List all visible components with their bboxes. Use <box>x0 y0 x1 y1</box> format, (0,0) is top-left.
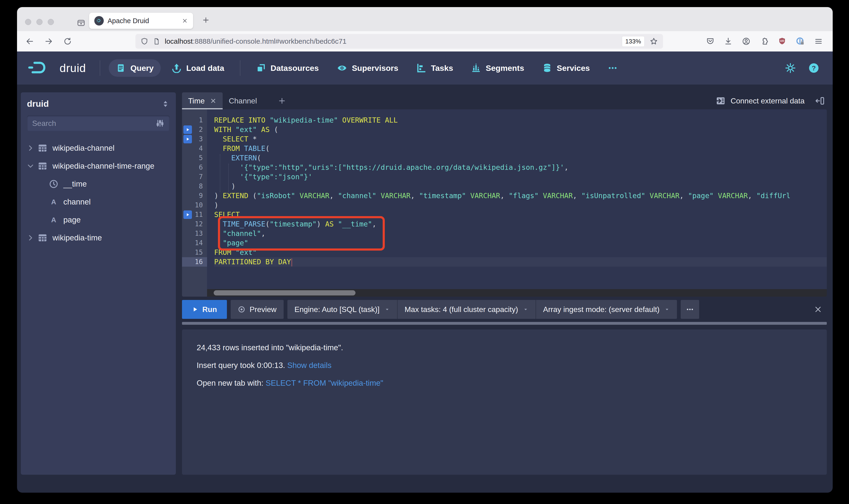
code-line[interactable]: "page" <box>214 238 827 248</box>
code-line[interactable]: PARTITIONED BY DAY <box>214 257 827 267</box>
more-options-button[interactable] <box>681 300 699 319</box>
select-label: Array ingest mode: (server default) <box>543 305 660 314</box>
nav-item-more[interactable] <box>601 59 624 76</box>
code-line[interactable]: SELECT * <box>214 134 827 144</box>
filter-sliders-icon[interactable] <box>156 119 164 128</box>
table-icon <box>37 143 48 153</box>
editor-code-area[interactable]: REPLACE INTO "wikipedia-time" OVERWRITE … <box>207 109 827 296</box>
connect-external-data-button[interactable]: Connect external data <box>715 92 804 109</box>
code-line[interactable]: ) EXTEND ("isRobot" VARCHAR, "channel" V… <box>214 191 827 200</box>
zoom-level-badge[interactable]: 133% <box>622 36 645 47</box>
select-engine[interactable]: Engine: Auto [SQL (task)] <box>288 300 397 319</box>
query-tab-channel[interactable]: Channel <box>223 92 263 109</box>
code-line[interactable]: '{"type":"json"}' <box>214 172 827 182</box>
schema-search[interactable] <box>27 115 170 131</box>
nav-item-segments[interactable]: Segments <box>464 59 531 77</box>
add-query-tab-button[interactable] <box>278 92 286 109</box>
chevron-right-icon[interactable] <box>27 145 37 151</box>
back-icon[interactable] <box>25 37 34 46</box>
pocket-icon[interactable] <box>706 37 714 46</box>
minimize-window-button[interactable] <box>36 19 42 25</box>
menu-hamburger-icon[interactable] <box>814 37 823 46</box>
new-browser-tab-button[interactable] <box>202 16 210 24</box>
password-manager-icon[interactable] <box>796 37 805 46</box>
query-options-group: Engine: Auto [SQL (task)]Max tasks: 4 (f… <box>288 300 677 319</box>
code-line[interactable]: ) <box>214 182 827 191</box>
collapse-panel-icon[interactable] <box>815 92 825 109</box>
nav-item-load-data[interactable]: Load data <box>164 59 231 77</box>
code-line[interactable]: "channel", <box>214 229 827 238</box>
double-caret-sort-icon[interactable] <box>161 100 170 108</box>
nav-item-query[interactable]: Query <box>109 59 161 77</box>
tree-item-wikipedia-channel-time-range[interactable]: wikipedia-channel-time-range <box>27 157 170 175</box>
browser-tab[interactable]: Apache Druid <box>89 13 193 29</box>
run-line-play-button[interactable] <box>184 125 192 134</box>
tree-item-wikipedia-channel[interactable]: wikipedia-channel <box>27 139 170 157</box>
bookmark-star-icon[interactable] <box>650 37 658 46</box>
code-token: "__time" <box>338 220 372 228</box>
chevron-right-icon[interactable] <box>27 234 37 241</box>
url-bar[interactable]: localhost:8888/unified-console.html#work… <box>135 34 663 49</box>
search-input[interactable] <box>32 119 156 128</box>
panel-splitter-handle[interactable] <box>182 322 827 325</box>
query-tab-time[interactable]: Time <box>182 92 223 109</box>
zoom-window-button[interactable] <box>48 19 54 25</box>
chevron-down-icon[interactable] <box>27 162 37 169</box>
code-line[interactable]: WITH "ext" AS ( <box>214 125 827 134</box>
help-icon[interactable]: ? <box>808 62 819 74</box>
tree-item-wikipedia-time[interactable]: wikipedia-time <box>27 229 170 247</box>
downloads-icon[interactable] <box>724 37 732 46</box>
nav-item-datasources[interactable]: Datasources <box>249 59 326 77</box>
code-token: '{"type":"http","uris":["https://druid.a… <box>240 163 564 172</box>
close-window-button[interactable] <box>25 19 31 25</box>
ublock-origin-icon[interactable]: UO <box>778 37 786 46</box>
run-line-play-button[interactable] <box>184 211 192 219</box>
code-line[interactable]: SELECT <box>214 210 827 219</box>
shield-icon[interactable] <box>141 38 148 45</box>
code-line[interactable]: ) <box>214 200 827 210</box>
code-line[interactable]: FROM "ext" <box>214 248 827 257</box>
code-line[interactable]: EXTERN( <box>214 153 827 163</box>
code-token: , <box>573 192 581 200</box>
editor-horizontal-scrollbar[interactable] <box>207 289 827 296</box>
nav-item-supervisors[interactable]: Supervisors <box>330 59 405 77</box>
url-text[interactable]: localhost:8888/unified-console.html#work… <box>165 37 347 46</box>
nav-item-tasks[interactable]: Tasks <box>409 59 460 77</box>
nav-item-services[interactable]: Services <box>535 59 597 77</box>
select-array-ingest-mode[interactable]: Array ingest mode: (server default) <box>536 300 677 319</box>
scrollbar-thumb[interactable] <box>214 290 356 295</box>
run-button[interactable]: Run <box>182 300 227 319</box>
code-token: ) <box>214 201 219 209</box>
code-line[interactable]: FROM TABLE( <box>214 144 827 153</box>
query-tab-label: Time <box>188 96 205 105</box>
result-link[interactable]: SELECT * FROM "wikipedia-time" <box>266 379 383 387</box>
settings-gear-icon[interactable] <box>785 62 796 73</box>
druid-logo[interactable]: druid <box>28 60 86 76</box>
preview-button[interactable]: Preview <box>231 300 284 319</box>
close-results-icon[interactable] <box>814 305 822 314</box>
tree-item-channel[interactable]: Achannel <box>27 193 170 211</box>
close-tab-icon[interactable] <box>182 18 188 24</box>
result-message: 24,433 rows inserted into "wikipedia-tim… <box>197 343 812 352</box>
result-text: Open new tab with: <box>197 379 266 387</box>
code-token: VARCHAR <box>714 192 748 200</box>
sidebar-toggle-icon[interactable] <box>76 18 86 28</box>
close-query-tab-icon[interactable] <box>210 97 216 104</box>
window-controls[interactable] <box>25 19 54 25</box>
forward-icon[interactable] <box>45 37 53 46</box>
extensions-puzzle-icon[interactable] <box>760 37 768 46</box>
account-icon[interactable] <box>742 37 750 46</box>
refresh-icon[interactable] <box>63 37 72 46</box>
page-info-icon[interactable] <box>153 38 160 45</box>
tree-item-page[interactable]: Apage <box>27 211 170 229</box>
code-line[interactable]: REPLACE INTO "wikipedia-time" OVERWRITE … <box>214 115 827 125</box>
code-token: ) <box>214 192 223 200</box>
tree-item-label: wikipedia-channel-time-range <box>52 162 154 170</box>
select-max-tasks[interactable]: Max tasks: 4 (full cluster capacity) <box>397 300 536 319</box>
code-line[interactable]: TIME_PARSE("timestamp") AS "__time", <box>214 219 827 229</box>
code-line[interactable]: '{"type":"http","uris":["https://druid.a… <box>214 163 827 172</box>
sql-editor[interactable]: 12345678910111213141516 REPLACE INTO "wi… <box>182 109 827 296</box>
tree-item-time[interactable]: __time <box>27 175 170 193</box>
run-line-play-button[interactable] <box>184 135 192 143</box>
result-link[interactable]: Show details <box>287 361 331 370</box>
